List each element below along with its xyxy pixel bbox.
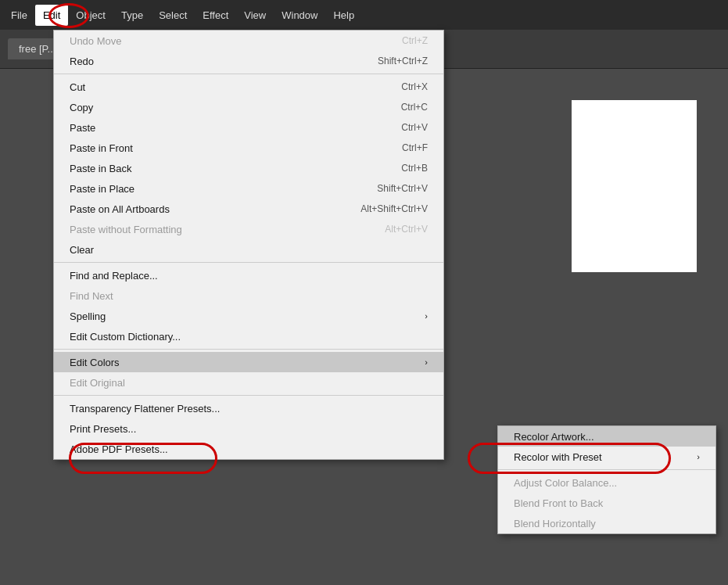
menu-item-shortcut: Shift+Ctrl+V — [377, 183, 428, 194]
menu-item-shortcut: Ctrl+Z — [402, 35, 428, 46]
menubar-item-type[interactable]: Type — [113, 5, 151, 26]
menubar-item-edit[interactable]: Edit — [35, 5, 68, 26]
menu-item-edit-colors[interactable]: Edit Colors › — [54, 352, 443, 372]
menu-item-label: Blend Front to Back — [514, 497, 603, 509]
divider-1 — [54, 74, 443, 74]
menu-item-label: Paste in Place — [70, 183, 134, 195]
divider-sub-1 — [498, 469, 715, 470]
menu-item-cut[interactable]: Cut Ctrl+X — [54, 77, 443, 97]
menu-item-label: Print Presets... — [70, 423, 136, 435]
menu-item-shortcut: Ctrl+F — [402, 142, 428, 153]
menu-item-label: Edit Colors — [70, 357, 120, 368]
edit-colors-submenu: Recolor Artwork... Recolor with Preset ›… — [497, 425, 716, 534]
menubar-item-help[interactable]: Help — [325, 5, 362, 26]
menu-item-paste-front[interactable]: Paste in Front Ctrl+F — [54, 138, 443, 158]
menu-item-label: Recolor with Preset — [514, 451, 602, 463]
menu-item-label: Adjust Color Balance... — [514, 477, 617, 489]
divider-3 — [54, 349, 443, 350]
menu-item-paste-place[interactable]: Paste in Place Shift+Ctrl+V — [54, 178, 443, 199]
menu-item-paste-back[interactable]: Paste in Back Ctrl+B — [54, 158, 443, 178]
menu-item-copy[interactable]: Copy Ctrl+C — [54, 97, 443, 117]
divider-4 — [54, 395, 443, 396]
menu-item-label: Paste — [70, 122, 95, 134]
menu-item-shortcut: Alt+Shift+Ctrl+V — [360, 203, 428, 214]
menu-item-transparency-presets[interactable]: Transparency Flattener Presets... — [54, 398, 443, 418]
menubar-item-effect[interactable]: Effect — [195, 5, 236, 26]
artboard — [572, 100, 697, 272]
menu-item-blend-front-back[interactable]: Blend Front to Back — [498, 493, 715, 513]
menu-item-edit-dictionary[interactable]: Edit Custom Dictionary... — [54, 326, 443, 346]
menu-item-label: Spelling — [70, 310, 106, 322]
menu-item-find-next[interactable]: Find Next — [54, 285, 443, 306]
menu-item-find-replace[interactable]: Find and Replace... — [54, 265, 443, 285]
menu-item-label: Find and Replace... — [70, 270, 158, 282]
menu-item-label: Undo Move — [70, 35, 121, 47]
menu-item-paste-all[interactable]: Paste on All Artboards Alt+Shift+Ctrl+V — [54, 199, 443, 219]
menu-item-paste-noformat[interactable]: Paste without Formatting Alt+Ctrl+V — [54, 219, 443, 239]
menu-item-label: Edit Custom Dictionary... — [70, 331, 181, 343]
menu-item-label: Transparency Flattener Presets... — [70, 403, 220, 415]
edit-dropdown: Undo Move Ctrl+Z Redo Shift+Ctrl+Z Cut C… — [53, 30, 444, 460]
menu-item-undo[interactable]: Undo Move Ctrl+Z — [54, 31, 443, 51]
menu-item-label: Adobe PDF Presets... — [70, 443, 168, 455]
menu-item-shortcut: Ctrl+C — [401, 102, 428, 113]
menu-item-label: Paste without Formatting — [70, 224, 182, 235]
menu-item-label: Blend Horizontally — [514, 518, 596, 529]
submenu-arrow-icon: › — [425, 357, 428, 367]
menu-item-label: Cut — [70, 81, 85, 93]
menu-item-blend-horizontal[interactable]: Blend Horizontally — [498, 513, 715, 533]
menu-item-adjust-color[interactable]: Adjust Color Balance... — [498, 472, 715, 493]
submenu-arrow-icon: › — [425, 311, 428, 321]
menu-item-shortcut: Ctrl+B — [401, 163, 428, 174]
menu-item-shortcut: Shift+Ctrl+Z — [378, 56, 428, 66]
menu-item-label: Find Next — [70, 290, 113, 302]
divider-2 — [54, 262, 443, 263]
menu-item-paste[interactable]: Paste Ctrl+V — [54, 117, 443, 138]
menu-item-label: Clear — [70, 244, 94, 256]
submenu-arrow-icon: › — [697, 452, 700, 461]
menubar-item-window[interactable]: Window — [274, 5, 325, 26]
menu-item-shortcut: Alt+Ctrl+V — [385, 224, 428, 235]
menu-item-label: Paste in Back — [70, 163, 132, 174]
menu-item-label: Redo — [70, 56, 94, 67]
menubar: File Edit Object Type Select Effect View… — [0, 0, 728, 30]
menu-item-pdf-presets[interactable]: Adobe PDF Presets... — [54, 439, 443, 459]
menu-item-clear[interactable]: Clear — [54, 239, 443, 260]
menu-item-label: Edit Original — [70, 377, 125, 389]
menu-item-shortcut: Ctrl+X — [401, 81, 428, 92]
menu-item-label: Recolor Artwork... — [514, 431, 594, 443]
menubar-item-select[interactable]: Select — [151, 5, 195, 26]
menu-item-shortcut: Ctrl+V — [401, 122, 428, 133]
menu-item-recolor-preset[interactable]: Recolor with Preset › — [498, 447, 715, 467]
menubar-item-file[interactable]: File — [3, 5, 35, 26]
menu-item-edit-original[interactable]: Edit Original — [54, 372, 443, 393]
menu-item-recolor-artwork[interactable]: Recolor Artwork... — [498, 426, 715, 447]
menu-item-label: Paste in Front — [70, 142, 133, 154]
menu-item-print-presets[interactable]: Print Presets... — [54, 418, 443, 439]
menu-item-label: Copy — [70, 102, 93, 113]
menubar-item-view[interactable]: View — [236, 5, 274, 26]
menu-item-spelling[interactable]: Spelling › — [54, 306, 443, 326]
menu-item-redo[interactable]: Redo Shift+Ctrl+Z — [54, 51, 443, 71]
menu-item-label: Paste on All Artboards — [70, 203, 170, 215]
menubar-item-object[interactable]: Object — [68, 5, 113, 26]
